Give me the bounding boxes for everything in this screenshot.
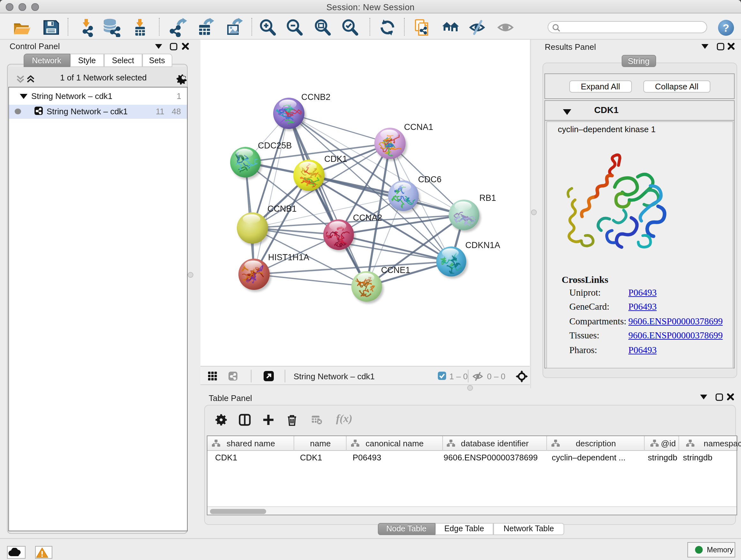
svg-text:CDKN1A: CDKN1A [465, 240, 500, 250]
svg-text:HIST1H1A: HIST1H1A [268, 253, 309, 262]
svg-text:CCNA1: CCNA1 [404, 122, 433, 132]
svg-text:CDC25B: CDC25B [258, 141, 292, 150]
svg-text:RB1: RB1 [479, 193, 496, 203]
svg-text:CCNA2: CCNA2 [353, 213, 382, 223]
svg-text:CCNB2: CCNB2 [301, 92, 331, 102]
svg-text:CCNB1: CCNB1 [267, 204, 297, 213]
svg-text:CDC6: CDC6 [418, 175, 442, 184]
svg-text:CCNE1: CCNE1 [381, 265, 410, 275]
svg-text:?: ? [723, 22, 730, 34]
svg-text:CDK1: CDK1 [324, 154, 347, 164]
